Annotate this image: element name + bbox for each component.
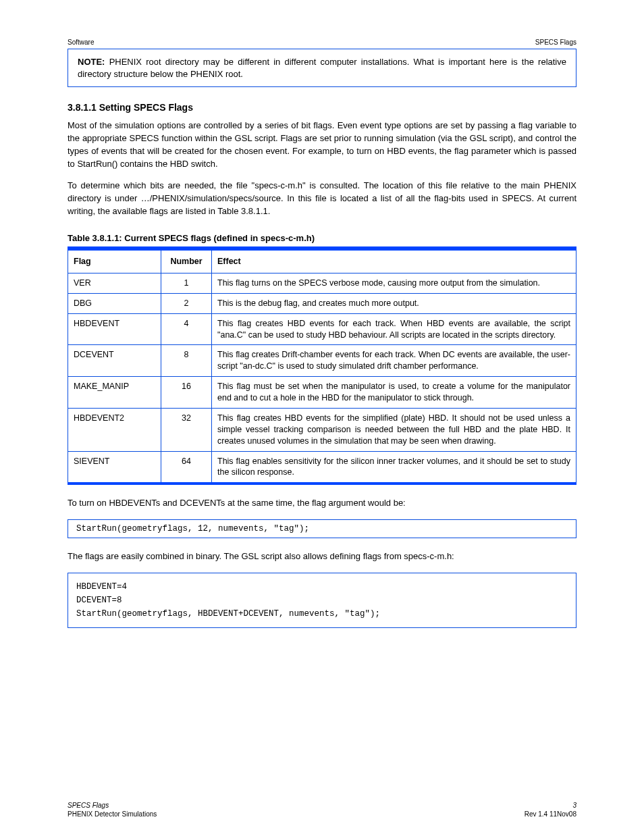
body-paragraph-4: The flags are easily combined in binary.…: [68, 550, 576, 563]
cell-num: 16: [161, 377, 212, 409]
body-paragraph-3: To turn on HBDEVENTs and DCEVENTs at the…: [68, 497, 576, 510]
cell-effect: This flag enables sensitivity for the si…: [212, 451, 576, 484]
body-paragraph-1: Most of the simulation options are contr…: [68, 120, 576, 170]
cell-effect: This flag must be set when the manipulat…: [212, 377, 576, 409]
page-header: Software SPECS Flags: [68, 38, 576, 46]
cell-num: 4: [161, 313, 212, 345]
table-header-number: Number: [161, 249, 212, 273]
table-header-flag: Flag: [68, 249, 161, 273]
table-row: VER 1 This flag turns on the SPECS verbo…: [68, 273, 576, 293]
footer-page-number: 3: [572, 802, 576, 809]
cell-flag: HBDEVENT: [68, 313, 161, 345]
table-header-row: Flag Number Effect: [68, 249, 576, 273]
table-header-effect: Effect: [212, 249, 576, 273]
code-line: HBDEVENT=4: [76, 580, 568, 594]
footer-topic: SPECS Flags: [68, 802, 109, 809]
note-label: NOTE:: [78, 57, 109, 67]
code-block-2: HBDEVENT=4 DCEVENT=8 StartRun(geometryfl…: [68, 573, 576, 628]
note-text: PHENIX root directory may be different i…: [78, 57, 566, 79]
note-box: NOTE: PHENIX root directory may be diffe…: [68, 49, 576, 87]
footer-revision: Rev 1.4 11Nov08: [525, 810, 576, 818]
page-footer: SPECS Flags 3 PHENIX Detector Simulation…: [68, 802, 576, 818]
cell-flag: DBG: [68, 293, 161, 313]
cell-num: 2: [161, 293, 212, 313]
cell-num: 64: [161, 451, 212, 484]
cell-flag: HBDEVENT2: [68, 408, 161, 451]
table-row: MAKE_MANIP 16 This flag must be set when…: [68, 377, 576, 409]
body-paragraph-2: To determine which bits are needed, the …: [68, 180, 576, 218]
page-header-left: Software: [68, 38, 94, 46]
cell-flag: SIEVENT: [68, 451, 161, 484]
cell-effect: This flag creates Drift-chamber events f…: [212, 345, 576, 377]
page-header-right: SPECS Flags: [535, 38, 576, 46]
table-row: SIEVENT 64 This flag enables sensitivity…: [68, 451, 576, 484]
cell-flag: DCEVENT: [68, 345, 161, 377]
table-row: HBDEVENT2 32 This flag creates HBD event…: [68, 408, 576, 451]
table-title: Table 3.8.1.1: Current SPECS flags (defi…: [68, 233, 576, 248]
cell-num: 8: [161, 345, 212, 377]
table-row: DCEVENT 8 This flag creates Drift-chambe…: [68, 345, 576, 377]
cell-effect: This flag creates HBD events for the sim…: [212, 408, 576, 451]
code-line: StartRun(geometryflags, HBDEVENT+DCEVENT…: [76, 607, 568, 621]
cell-num: 32: [161, 408, 212, 451]
table-row: HBDEVENT 4 This flag creates HBD events …: [68, 313, 576, 345]
cell-num: 1: [161, 273, 212, 293]
cell-effect: This is the debug flag, and creates much…: [212, 293, 576, 313]
code-line: DCEVENT=8: [76, 594, 568, 607]
code-block-1: StartRun(geometryflags, 12, numevents, "…: [68, 519, 576, 538]
flags-table: Flag Number Effect VER 1 This flag turns…: [68, 248, 576, 485]
cell-flag: VER: [68, 273, 161, 293]
cell-effect: This flag creates HBD events for each tr…: [212, 313, 576, 345]
cell-effect: This flag turns on the SPECS verbose mod…: [212, 273, 576, 293]
footer-doc-title: PHENIX Detector Simulations: [68, 810, 157, 818]
section-heading: 3.8.1.1 Setting SPECS Flags: [68, 102, 576, 113]
cell-flag: MAKE_MANIP: [68, 377, 161, 409]
table-row: DBG 2 This is the debug flag, and create…: [68, 293, 576, 313]
